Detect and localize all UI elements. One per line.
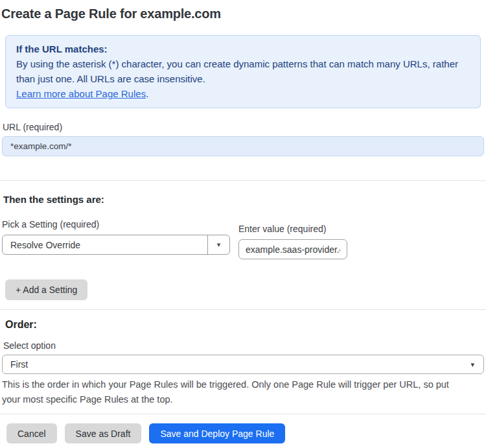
setting-value-input[interactable]	[238, 239, 347, 259]
setting-picker-dropdown[interactable]: Resolve Override ▾	[2, 235, 230, 255]
add-setting-button[interactable]: + Add a Setting	[5, 279, 87, 300]
chevron-down-icon: ▾	[470, 360, 483, 369]
divider	[0, 309, 486, 310]
order-section-heading: Order:	[5, 319, 486, 331]
url-match-info-box: If the URL matches: By using the asteris…	[5, 35, 481, 108]
setting-picker-label: Pick a Setting (required)	[2, 219, 230, 230]
setting-value-column: Enter value (required)	[238, 224, 347, 259]
settings-row: Pick a Setting (required) Resolve Overri…	[0, 219, 486, 259]
url-input[interactable]	[2, 136, 484, 156]
save-as-draft-button[interactable]: Save as Draft	[65, 423, 142, 443]
learn-more-link[interactable]: Learn more about Page Rules	[16, 88, 146, 99]
page-title: Create a Page Rule for example.com	[1, 6, 486, 21]
save-and-deploy-button[interactable]: Save and Deploy Page Rule	[149, 423, 285, 443]
url-field-label: URL (required)	[3, 122, 486, 132]
info-box-body: By using the asterisk (*) character, you…	[16, 56, 470, 86]
cancel-button[interactable]: Cancel	[6, 423, 57, 443]
settings-section-heading: Then the settings are:	[3, 194, 486, 205]
order-help-text: This is the order in which your Page Rul…	[2, 377, 469, 407]
footer-actions: Cancel Save as Draft Save and Deploy Pag…	[6, 423, 486, 443]
order-select-label: Select option	[3, 340, 486, 351]
chevron-down-icon: ▾	[217, 241, 221, 249]
setting-picker-selected-value: Resolve Override	[3, 240, 207, 250]
setting-picker-column: Pick a Setting (required) Resolve Overri…	[2, 219, 230, 259]
divider	[0, 180, 486, 181]
order-selected-value: First	[3, 359, 470, 370]
value-field-label: Enter value (required)	[238, 224, 347, 234]
info-box-link-line: Learn more about Page Rules.	[16, 86, 470, 101]
divider	[0, 414, 486, 414]
arrow-button[interactable]: ▾	[207, 235, 229, 254]
order-select[interactable]: First ▾	[2, 355, 484, 374]
link-suffix: .	[146, 88, 148, 99]
info-box-heading: If the URL matches:	[16, 41, 470, 56]
